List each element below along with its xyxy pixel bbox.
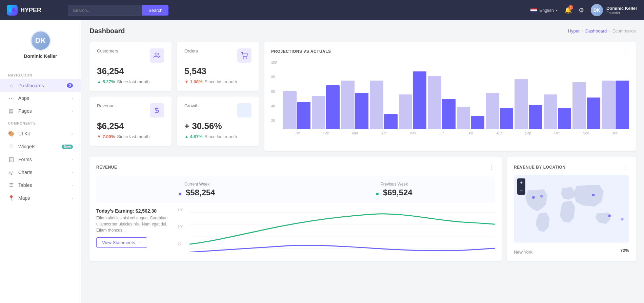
widgets-icon: ♡	[8, 144, 14, 150]
sidebar: DK Dominic Keller NAVIGATION ⌂ Dashboard…	[0, 20, 81, 303]
main-content: Dashboard Hyper › Dashboard › Ecommerce …	[81, 20, 644, 303]
sidebar-item-tables-label: Tables	[18, 182, 67, 188]
projections-chart-title: PROJECTIONS VS ACTUALS	[271, 49, 331, 54]
breadcrumb-sep-2: ›	[609, 28, 610, 34]
sidebar-item-maps[interactable]: 📍 Maps ›	[0, 192, 81, 204]
actual-bar-9	[558, 108, 571, 129]
growth-value: + 30.56%	[184, 121, 251, 131]
sidebar-item-widgets[interactable]: ♡ Widgets New	[0, 140, 81, 153]
sidebar-item-dashboards-label: Dashboards	[18, 83, 63, 88]
sidebar-item-tables[interactable]: ☰ Tables ›	[0, 179, 81, 192]
breadcrumb-dashboard[interactable]: Dashboard	[585, 28, 607, 34]
revenue-stat-card: Revenue $6,254 ▼ 7.00% Since last month	[89, 96, 172, 146]
bar-group-apr	[370, 81, 397, 129]
sidebar-item-apps[interactable]: ⋯ Apps ›	[0, 92, 81, 105]
bar-group-jun	[428, 76, 455, 129]
chevron-right-icon-uikit: ›	[72, 132, 73, 136]
revenue-chart-title: REVENUE	[96, 165, 117, 170]
bar-group-oct	[544, 94, 571, 129]
sidebar-item-forms-label: Forms	[18, 157, 67, 162]
earning-info: Today's Earning: $2,562.30 Etiam ultrici…	[96, 208, 171, 233]
x-label-feb: Feb	[312, 131, 341, 135]
x-label-mar: Mar	[341, 131, 369, 135]
bar-group-feb	[312, 85, 339, 129]
earning-desc: Etiam ultricies nisi vel augue. Curabitu…	[96, 215, 171, 233]
x-label-jan: Jan	[283, 131, 312, 135]
projections-more-icon[interactable]: ⋮	[623, 48, 629, 55]
projected-bar-2	[341, 81, 355, 129]
chevron-right-icon: ›	[72, 96, 73, 100]
view-statements-button[interactable]: View Statements →	[96, 237, 147, 248]
orders-change-text: Since last month	[204, 79, 237, 84]
flag-icon	[530, 8, 537, 13]
chevron-right-icon-maps: ›	[72, 196, 73, 200]
revenue-y-labels: 12010080	[178, 208, 183, 245]
settings-icon[interactable]: ⚙	[579, 6, 584, 14]
svg-point-4	[246, 58, 247, 59]
revenue-change-text: Since last month	[117, 134, 149, 139]
map-zoom-controls: + −	[517, 178, 525, 195]
sidebar-item-pages-label: Pages	[18, 108, 67, 114]
customers-change-text: Since last month	[117, 79, 149, 84]
actual-bar-1	[326, 85, 340, 129]
actual-bar-2	[355, 93, 369, 129]
sidebar-item-forms[interactable]: 📋 Forms ›	[0, 153, 81, 166]
sidebar-item-dashboards[interactable]: ⌂ Dashboards 3	[0, 79, 81, 92]
language-selector[interactable]: English ▾	[530, 8, 558, 13]
orders-change-pct: ▼ 1.08%	[184, 79, 202, 84]
forms-icon: 📋	[8, 156, 14, 163]
projected-bar-10	[572, 82, 586, 129]
revenue-stat-value: $6,254	[97, 121, 164, 131]
bar-group-aug	[486, 93, 513, 129]
revenue-more-icon[interactable]: ⋮	[489, 164, 495, 171]
revenue-label: Revenue	[97, 103, 115, 108]
previous-week-dot	[376, 193, 379, 195]
search-bar: Search	[68, 5, 168, 16]
sidebar-item-pages[interactable]: ▤ Pages ›	[0, 105, 81, 117]
world-map	[514, 175, 629, 243]
bar-group-mar	[341, 81, 368, 129]
map-title: REVENUE BY LOCATION	[514, 165, 565, 170]
revenue-change: ▼ 7.00% Since last month	[97, 134, 164, 139]
revenue-icon-box	[150, 103, 164, 117]
revenue-weeks: Current Week $58,254 Previous Week $69,5…	[96, 176, 495, 203]
chevron-right-icon-tables: ›	[72, 183, 73, 187]
svg-point-11	[532, 196, 535, 199]
earning-title: Today's Earning: $2,562.30	[96, 208, 171, 214]
sidebar-avatar: DK	[31, 30, 51, 51]
brand-logo[interactable]: HYPER	[7, 5, 61, 16]
customers-label: Customers	[97, 48, 118, 53]
sidebar-item-charts[interactable]: ◎ Charts ›	[0, 166, 81, 179]
actual-bar-7	[500, 108, 514, 129]
role-label: Founder	[606, 11, 637, 15]
nav-section-label: NAVIGATION	[0, 69, 81, 79]
page-title: Dashboard	[89, 27, 125, 35]
x-axis: JanFebMarAprMayJunJulAugSepOctNovDec	[271, 131, 629, 135]
ui-kit-icon: 🎨	[8, 131, 14, 137]
top-section: Customers 36,254 ▲ 5.27%	[89, 42, 636, 151]
widgets-new-badge: New	[62, 145, 73, 149]
projected-bar-5	[428, 76, 441, 129]
zoom-in-button[interactable]: +	[517, 178, 525, 187]
bar-group-jan	[283, 91, 310, 129]
breadcrumb-hyper[interactable]: Hyper	[568, 28, 580, 34]
growth-change-text: Since last month	[204, 134, 237, 139]
x-label-jun: Jun	[427, 131, 456, 135]
search-input[interactable]	[68, 5, 142, 16]
user-menu[interactable]: DK Dominic Keller Founder	[591, 4, 637, 16]
dashboard-icon: ⌂	[8, 83, 14, 88]
bottom-section: REVENUE ⋮ Current Week $58,254 Previous …	[89, 157, 636, 261]
sidebar-item-ui-kit[interactable]: 🎨 UI Kit ›	[0, 127, 81, 140]
map-more-icon[interactable]: ⋮	[623, 164, 629, 171]
customers-change: ▲ 5.27% Since last month	[97, 79, 164, 84]
actual-bar-6	[471, 116, 484, 129]
map-header: REVENUE BY LOCATION ⋮	[514, 164, 629, 171]
notifications[interactable]: 🔔 1	[564, 6, 572, 14]
zoom-out-button[interactable]: −	[517, 187, 525, 195]
projections-bar-chart: 10080604020 JanFebMarAprMayJunJulAugSepO…	[271, 61, 629, 135]
projected-bar-6	[457, 107, 470, 129]
search-button[interactable]: Search	[142, 5, 168, 16]
orders-change: ▼ 1.08% Since last month	[184, 79, 251, 84]
bar-group-jul	[457, 107, 484, 129]
navbar-right: English ▾ 🔔 1 ⚙ DK Dominic Keller Founde…	[530, 4, 637, 16]
